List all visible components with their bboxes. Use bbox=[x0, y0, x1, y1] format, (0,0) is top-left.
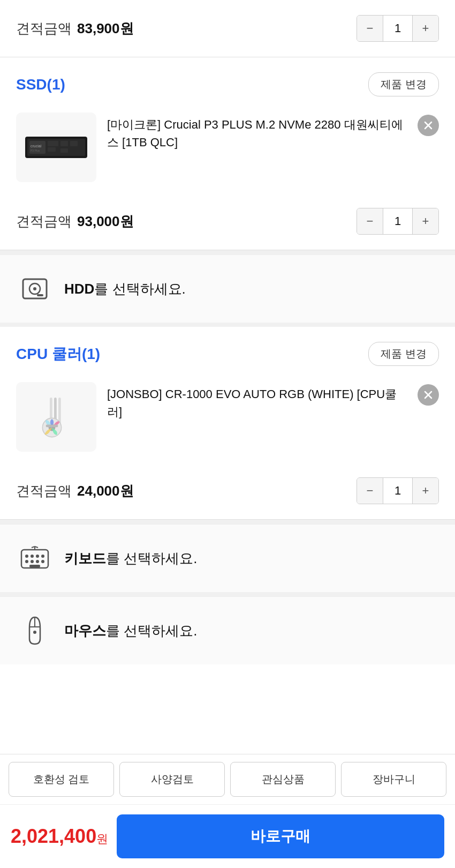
cpu-cooler-price-row: 견적금액 24,000원 − 1 + bbox=[0, 462, 455, 520]
svg-rect-4 bbox=[48, 147, 56, 152]
ssd-product-name: [마이크론] Crucial P3 PLUS M.2 NVMe 2280 대원씨… bbox=[107, 116, 407, 151]
ssd-qty-increment[interactable]: + bbox=[413, 208, 438, 234]
mouse-empty-text: 마우스를 선택하세요. bbox=[64, 622, 197, 640]
hdd-icon-svg bbox=[19, 273, 51, 305]
cpu-cooler-section-title: CPU 쿨러(1) bbox=[16, 344, 100, 364]
top-qty-control: − 1 + bbox=[357, 15, 439, 42]
ssd-product-image: crucial P3 Plus bbox=[16, 113, 96, 182]
keyboard-icon bbox=[16, 540, 54, 577]
svg-rect-3 bbox=[48, 141, 58, 146]
svg-rect-33 bbox=[29, 565, 40, 567]
cpu-cooler-qty-control: − 1 + bbox=[357, 477, 439, 504]
svg-rect-15 bbox=[37, 294, 43, 296]
svg-point-27 bbox=[36, 555, 39, 558]
ssd-section: SSD(1) 제품 변경 crucial P3 Plus bbox=[0, 57, 455, 255]
ssd-product-item: crucial P3 Plus [마이크론] Crucial P3 PLUS M… bbox=[0, 107, 455, 193]
ssd-image-svg: crucial P3 Plus bbox=[24, 126, 88, 169]
top-qty-decrement[interactable]: − bbox=[357, 16, 383, 41]
spec-review-button[interactable]: 사양검토 bbox=[119, 762, 225, 797]
cpu-cooler-change-button[interactable]: 제품 변경 bbox=[368, 342, 439, 366]
svg-point-39 bbox=[33, 631, 36, 634]
svg-point-25 bbox=[25, 555, 28, 558]
cpu-cooler-remove-icon bbox=[423, 390, 434, 400]
keyboard-icon-svg bbox=[19, 542, 51, 574]
ssd-qty-decrement[interactable]: − bbox=[357, 208, 383, 234]
total-price-value: 2,021,400 bbox=[11, 825, 96, 847]
cpu-cooler-price-value: 24,000원 bbox=[77, 482, 134, 500]
ssd-remove-button[interactable] bbox=[418, 115, 439, 136]
ssd-price-label: 견적금액 bbox=[16, 212, 72, 231]
cpu-cooler-product-info: [JONSBO] CR-1000 EVO AUTO RGB (WHITE) [C… bbox=[107, 382, 407, 421]
cpu-cooler-qty-decrement[interactable]: − bbox=[357, 478, 383, 504]
top-price-value: 83,900원 bbox=[77, 19, 134, 38]
svg-text:crucial: crucial bbox=[31, 144, 42, 148]
cpu-cooler-qty-increment[interactable]: + bbox=[413, 478, 438, 504]
ssd-product-info: [마이크론] Crucial P3 PLUS M.2 NVMe 2280 대원씨… bbox=[107, 113, 407, 151]
hdd-empty-text: HDD를 선택하세요. bbox=[64, 280, 186, 298]
ssd-change-button[interactable]: 제품 변경 bbox=[368, 72, 439, 96]
svg-point-31 bbox=[36, 560, 39, 563]
top-price-row: 견적금액 83,900원 − 1 + bbox=[0, 0, 455, 57]
cpu-cooler-product-item: [JONSBO] CR-1000 EVO AUTO RGB (WHITE) [C… bbox=[0, 377, 455, 462]
cpu-cooler-qty-display: 1 bbox=[383, 478, 413, 504]
hdd-icon bbox=[16, 270, 54, 308]
buy-now-button[interactable]: 바로구매 bbox=[117, 814, 444, 858]
svg-point-26 bbox=[31, 555, 34, 558]
svg-point-28 bbox=[41, 555, 44, 558]
hdd-empty-row[interactable]: HDD를 선택하세요. bbox=[0, 255, 455, 323]
cpu-cooler-remove-button[interactable] bbox=[418, 384, 439, 406]
top-qty-increment[interactable]: + bbox=[413, 16, 438, 41]
svg-point-14 bbox=[33, 287, 36, 290]
svg-text:P3 Plus: P3 Plus bbox=[31, 149, 40, 152]
ssd-price-row: 견적금액 93,000원 − 1 + bbox=[0, 193, 455, 250]
cpu-cooler-price-left: 견적금액 24,000원 bbox=[16, 482, 134, 500]
mouse-icon bbox=[16, 612, 54, 649]
action-buttons-row: 호환성 검토 사양검토 관심상품 장바구니 bbox=[0, 754, 455, 805]
divider-2 bbox=[0, 592, 455, 596]
purchase-row: 2,021,400원 바로구매 bbox=[0, 805, 455, 868]
total-price-display: 2,021,400원 bbox=[11, 825, 108, 848]
top-price-left: 견적금액 83,900원 bbox=[16, 19, 134, 38]
cpu-cooler-product-name: [JONSBO] CR-1000 EVO AUTO RGB (WHITE) [C… bbox=[107, 385, 407, 421]
cpu-cooler-section: CPU 쿨러(1) 제품 변경 bbox=[0, 327, 455, 524]
keyboard-empty-row[interactable]: 키보드를 선택하세요. bbox=[0, 524, 455, 592]
keyboard-empty-text: 키보드를 선택하세요. bbox=[64, 549, 197, 568]
bottom-spacer bbox=[0, 664, 455, 686]
bottom-bar: 호환성 검토 사양검토 관심상품 장바구니 2,021,400원 바로구매 bbox=[0, 754, 455, 868]
svg-rect-5 bbox=[60, 141, 68, 146]
mouse-icon-svg bbox=[19, 612, 51, 649]
wishlist-button[interactable]: 관심상품 bbox=[230, 762, 336, 797]
ssd-section-title: SSD(1) bbox=[16, 76, 65, 93]
ssd-price-left: 견적금액 93,000원 bbox=[16, 212, 134, 231]
ssd-price-value: 93,000원 bbox=[77, 212, 134, 231]
cart-button[interactable]: 장바구니 bbox=[341, 762, 446, 797]
cpu-cooler-price-label: 견적금액 bbox=[16, 482, 72, 500]
svg-point-32 bbox=[41, 560, 44, 563]
compatibility-button[interactable]: 호환성 검토 bbox=[9, 762, 114, 797]
ssd-remove-icon bbox=[423, 120, 434, 131]
svg-point-29 bbox=[25, 560, 28, 563]
top-qty-display: 1 bbox=[383, 16, 413, 41]
mouse-empty-row[interactable]: 마우스를 선택하세요. bbox=[0, 596, 455, 664]
svg-rect-7 bbox=[60, 148, 68, 153]
cpu-cooler-section-header: CPU 쿨러(1) 제품 변경 bbox=[0, 327, 455, 377]
cpu-cooler-image-svg bbox=[24, 395, 88, 438]
svg-rect-6 bbox=[70, 141, 78, 146]
ssd-qty-control: − 1 + bbox=[357, 208, 439, 235]
ssd-section-header: SSD(1) 제품 변경 bbox=[0, 57, 455, 107]
cpu-cooler-product-image bbox=[16, 382, 96, 452]
divider-1 bbox=[0, 323, 455, 327]
total-price-unit: 원 bbox=[96, 832, 108, 845]
svg-point-30 bbox=[31, 560, 34, 563]
svg-rect-21 bbox=[46, 424, 58, 427]
top-price-label: 견적금액 bbox=[16, 19, 72, 38]
ssd-qty-display: 1 bbox=[383, 208, 413, 234]
